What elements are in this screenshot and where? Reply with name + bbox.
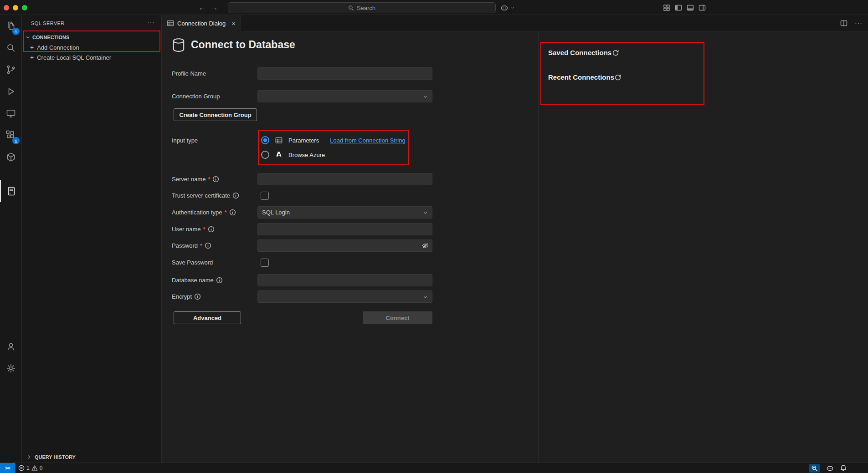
create-connection-group-button[interactable]: Create Connection Group xyxy=(174,108,257,121)
database-name-label: Database name xyxy=(172,277,214,284)
password-input[interactable] xyxy=(257,239,432,252)
copilot-icon[interactable] xyxy=(826,464,834,472)
panel-divider xyxy=(538,31,539,463)
authentication-type-value: SQL Login xyxy=(262,209,290,216)
input-type-parameters-row: Parameters Load from Connection String xyxy=(261,134,406,146)
toggle-panel-icon[interactable] xyxy=(687,4,694,11)
activity-explorer[interactable]: 1 xyxy=(0,15,22,37)
toggle-secondary-sidebar-icon[interactable] xyxy=(699,4,706,11)
form-row-profile-name: Profile Name xyxy=(172,67,432,80)
trust-certificate-checkbox[interactable] xyxy=(261,192,269,200)
activity-extensions[interactable]: 1 xyxy=(0,124,22,146)
editor-more-actions[interactable]: ··· xyxy=(855,20,863,27)
connections-section-header[interactable]: CONNECTIONS xyxy=(22,32,161,42)
profile-name-input[interactable] xyxy=(257,67,432,80)
sidebar-more-actions[interactable]: ··· xyxy=(147,19,155,26)
tab-label: Connection Dialog xyxy=(177,20,226,27)
remote-icon: >< xyxy=(5,465,10,471)
connection-group-label: Connection Group xyxy=(172,93,220,100)
activity-search[interactable] xyxy=(0,37,22,59)
add-connection-item[interactable]: + Add Connection xyxy=(22,42,161,52)
gear-icon xyxy=(5,363,16,374)
advanced-button[interactable]: Advanced xyxy=(174,311,241,324)
required-marker: * xyxy=(208,176,210,183)
database-name-input[interactable] xyxy=(257,274,432,286)
search-icon xyxy=(348,5,354,11)
refresh-icon[interactable] xyxy=(612,49,619,56)
recent-connections-heading: Recent Connections xyxy=(548,73,614,81)
save-password-checkbox[interactable] xyxy=(261,259,269,267)
command-center-search[interactable]: Search xyxy=(228,2,496,13)
activity-sql-server[interactable] xyxy=(0,180,22,202)
minimize-window-button[interactable] xyxy=(13,5,18,10)
tab-connection-dialog[interactable]: Connection Dialog × xyxy=(162,15,241,31)
toggle-primary-sidebar-icon[interactable] xyxy=(675,4,682,11)
authentication-type-dropdown[interactable]: SQL Login xyxy=(257,206,432,219)
plus-icon: + xyxy=(30,44,34,51)
required-marker: * xyxy=(203,226,205,233)
workbench: 1 1 xyxy=(0,15,868,463)
parameters-radio[interactable] xyxy=(261,136,269,144)
close-window-button[interactable] xyxy=(4,5,9,10)
server-name-input[interactable] xyxy=(257,173,432,185)
back-arrow-icon[interactable]: ← xyxy=(199,4,205,11)
user-name-input[interactable] xyxy=(257,223,432,235)
activity-containers[interactable] xyxy=(0,146,22,168)
query-history-section-header[interactable]: QUERY HISTORY xyxy=(22,451,161,463)
load-from-connection-string-link[interactable]: Load from Connection String xyxy=(330,137,405,144)
forward-arrow-icon[interactable]: → xyxy=(211,4,218,11)
copilot-icon xyxy=(500,4,508,12)
form-row-connection-group: Connection Group xyxy=(172,90,432,102)
connection-group-dropdown[interactable] xyxy=(257,90,432,102)
split-editor-icon[interactable] xyxy=(840,20,847,27)
required-marker: * xyxy=(225,209,227,216)
activity-source-control[interactable] xyxy=(0,59,22,81)
sql-server-icon xyxy=(6,186,17,197)
browse-azure-radio[interactable] xyxy=(261,151,269,159)
bell-icon[interactable] xyxy=(840,464,847,472)
activity-run-debug[interactable] xyxy=(0,81,22,102)
parameters-radio-label[interactable]: Parameters xyxy=(288,137,319,144)
create-local-sql-container-label: Create Local SQL Container xyxy=(37,54,111,61)
form-row-encrypt: Encrypt xyxy=(172,290,432,303)
connect-button[interactable]: Connect xyxy=(363,311,432,324)
status-bar-right xyxy=(809,463,847,473)
account-icon xyxy=(5,341,16,352)
form-row-save-password: Save Password xyxy=(172,256,269,269)
form-row-authentication-type: Authentication type * SQL Login xyxy=(172,206,432,219)
chevron-down-icon xyxy=(422,94,428,100)
explorer-badge: 1 xyxy=(12,28,20,35)
create-local-sql-container-item[interactable]: + Create Local SQL Container xyxy=(22,52,161,62)
zoom-status-item[interactable] xyxy=(809,464,820,473)
search-icon xyxy=(5,42,16,53)
eye-off-icon[interactable] xyxy=(421,242,429,249)
save-password-label: Save Password xyxy=(172,259,213,266)
history-navigation: ← → xyxy=(199,0,218,15)
activity-bar: 1 1 xyxy=(0,15,22,463)
browse-azure-radio-label[interactable]: Browse Azure xyxy=(288,152,325,158)
customize-layout-icon[interactable] xyxy=(663,4,670,11)
refresh-icon[interactable] xyxy=(614,74,621,81)
vscode-window: ← → Search 1 xyxy=(0,0,868,473)
tab-close-icon[interactable]: × xyxy=(231,20,236,27)
remote-indicator[interactable]: >< xyxy=(0,463,15,473)
info-icon xyxy=(208,226,215,233)
connection-dialog-tab-icon xyxy=(167,20,174,27)
encrypt-dropdown[interactable] xyxy=(257,290,432,303)
layout-controls xyxy=(663,0,706,15)
maximize-window-button[interactable] xyxy=(22,5,27,10)
activity-accounts[interactable] xyxy=(0,336,22,357)
sidebar-header: SQL SERVER ··· xyxy=(22,15,161,31)
search-placeholder: Search xyxy=(357,5,375,11)
info-icon xyxy=(212,176,219,183)
chevron-down-icon xyxy=(25,35,31,40)
warning-count: 0 xyxy=(40,465,43,471)
query-history-label: QUERY HISTORY xyxy=(35,454,76,460)
activity-remote-explorer[interactable] xyxy=(0,102,22,124)
tab-bar: Connection Dialog × ··· xyxy=(162,15,868,31)
copilot-menu[interactable] xyxy=(500,0,515,15)
activity-settings[interactable] xyxy=(0,357,22,379)
input-type-label: Input type xyxy=(172,137,198,144)
problems-status[interactable]: 1 0 xyxy=(18,463,42,473)
info-icon xyxy=(205,242,211,249)
